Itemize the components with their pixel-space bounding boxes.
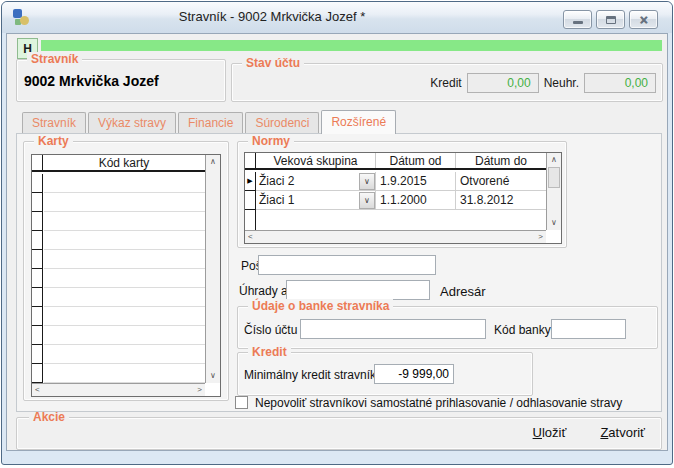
normy-group-label: Normy xyxy=(248,134,294,149)
tab-surodenci[interactable]: Súrodenci xyxy=(245,112,319,133)
stravnik-group-label: Stravník xyxy=(27,52,82,67)
normy-row-1[interactable]: ▶ Žiaci 2 ∨ 1.9.2015 Otvorené xyxy=(245,172,546,191)
normy-group: Normy Veková skupina Dátum od Dátum do ▶… xyxy=(237,141,567,248)
titlebar[interactable]: Stravník - 9002 Mrkvička Jozef * × xyxy=(2,2,672,33)
kod-banky-label: Kód banky xyxy=(494,323,551,337)
adresar-button[interactable]: Adresár xyxy=(440,284,486,299)
normy-table[interactable]: Veková skupina Dátum od Dátum do ▶ Žiaci… xyxy=(244,152,562,244)
kredit-label: Kredit xyxy=(430,76,461,90)
scroll-up-icon[interactable]: ∧ xyxy=(206,156,220,168)
close-icon: × xyxy=(639,13,647,27)
banka-group-label: Údaje o banke stravníka xyxy=(248,299,393,314)
banka-group: Údaje o banke stravníka Číslo účtu Kód b… xyxy=(237,306,658,349)
karty-group: Karty Kód karty ∧ ∨ < xyxy=(23,141,229,401)
scrollbar-thumb[interactable] xyxy=(548,167,560,188)
tab-vykaz-stravy[interactable]: Výkaz stravy xyxy=(88,112,176,133)
close-button[interactable]: × xyxy=(629,10,658,29)
karty-table[interactable]: Kód karty ∧ ∨ < > xyxy=(31,154,221,397)
akcie-group-label: Akcie xyxy=(29,410,69,425)
scroll-up-icon[interactable]: ∧ xyxy=(547,154,561,166)
app-window: Stravník - 9002 Mrkvička Jozef * × H Str… xyxy=(1,1,673,465)
close-dialog-button[interactable]: Zatvoriť xyxy=(600,425,645,440)
maximize-button[interactable] xyxy=(596,10,625,29)
posta-input[interactable] xyxy=(258,255,436,275)
dialog-content: H Stravník 9002 Mrkvička Jozef Stav účtu… xyxy=(6,33,668,451)
maximize-icon xyxy=(606,16,616,24)
scroll-left-icon[interactable]: < xyxy=(35,384,40,396)
window-controls: × xyxy=(563,10,658,29)
minimize-icon xyxy=(573,21,583,24)
save-button[interactable]: Uložiť xyxy=(533,425,567,440)
stravnik-group: Stravník 9002 Mrkvička Jozef xyxy=(16,59,226,102)
normy-row-2-selector xyxy=(245,191,256,210)
normy-table-body: ▶ Žiaci 2 ∨ 1.9.2015 Otvorené Žiaci 1 xyxy=(245,172,546,230)
normy-row-2-datum-od[interactable]: 1.1.2000 xyxy=(376,191,456,210)
normy-empty-row xyxy=(245,210,546,231)
current-row-marker: ▶ xyxy=(245,172,256,191)
normy-row-1-datum-od[interactable]: 1.9.2015 xyxy=(376,172,456,191)
stravnik-name: 9002 Mrkvička Jozef xyxy=(24,73,159,89)
normy-column-datum-od[interactable]: Dátum od xyxy=(376,153,456,168)
nepovolit-checkbox[interactable] xyxy=(235,396,248,409)
karty-row-selector-column xyxy=(32,174,43,383)
karty-row-selector-header xyxy=(32,155,43,170)
karty-table-header: Kód karty xyxy=(32,155,205,172)
neuhr-label: Neuhr. xyxy=(544,76,579,90)
kredit-value: 0,00 xyxy=(467,73,539,93)
normy-vertical-scrollbar[interactable]: ∧ ∨ xyxy=(546,153,561,230)
green-status-bar xyxy=(41,40,662,51)
stav-uctu-group: Stav účtu Kredit 0,00 Neuhr. 0,00 xyxy=(231,63,663,102)
account-state-row: Kredit 0,00 Neuhr. 0,00 xyxy=(430,73,656,93)
normy-row-1-vekova-skupina: Žiaci 2 xyxy=(259,174,294,188)
tab-stravnik[interactable]: Stravník xyxy=(22,112,86,133)
kod-banky-input[interactable] xyxy=(551,319,626,339)
min-kredit-label: Minimálny kredit stravníka xyxy=(244,368,383,382)
rozsirene-tab-page: Karty Kód karty ∧ ∨ < xyxy=(16,133,662,412)
scroll-right-icon[interactable]: > xyxy=(538,231,543,243)
scroll-right-icon[interactable]: > xyxy=(197,384,202,396)
cislo-uctu-label: Číslo účtu xyxy=(244,323,297,337)
karty-vertical-scrollbar[interactable]: ∧ ∨ xyxy=(205,155,220,383)
karty-table-body xyxy=(32,174,205,383)
min-kredit-input[interactable] xyxy=(374,364,454,384)
neuhr-value: 0,00 xyxy=(584,73,656,93)
cislo-uctu-input[interactable] xyxy=(300,319,486,339)
uhrady-adr-input[interactable] xyxy=(286,280,430,300)
normy-column-datum-do[interactable]: Dátum do xyxy=(456,153,546,168)
tab-bar: Stravník Výkaz stravy Financie Súrodenci… xyxy=(22,110,398,133)
dropdown-icon[interactable]: ∨ xyxy=(359,192,375,209)
normy-row-selector-header xyxy=(245,153,256,168)
karty-group-label: Karty xyxy=(34,134,73,149)
normy-table-header: Veková skupina Dátum od Dátum do xyxy=(245,153,546,170)
tab-rozsirene[interactable]: Rozšírené xyxy=(321,110,396,134)
karty-horizontal-scrollbar[interactable]: < > xyxy=(32,383,205,396)
dropdown-icon[interactable]: ∨ xyxy=(359,173,375,190)
normy-horizontal-scrollbar[interactable]: < > xyxy=(245,230,546,243)
stav-uctu-group-label: Stav účtu xyxy=(242,56,304,71)
normy-row-1-datum-do[interactable]: Otvorené xyxy=(456,172,546,191)
nepovolit-checkbox-label[interactable]: Nepovoliť stravníkovi samostatné prihlas… xyxy=(255,396,622,410)
normy-row-2-datum-do[interactable]: 31.8.2012 xyxy=(456,191,546,210)
karty-empty-rows xyxy=(44,174,205,383)
normy-column-vekova-skupina[interactable]: Veková skupina xyxy=(256,153,376,168)
scroll-down-icon[interactable]: ∨ xyxy=(206,370,220,382)
action-buttons: Uložiť Zatvoriť xyxy=(533,425,645,440)
normy-row-2-vekova-skupina: Žiaci 1 xyxy=(259,193,294,207)
scroll-left-icon[interactable]: < xyxy=(248,231,253,243)
scroll-down-icon[interactable]: ∨ xyxy=(547,217,561,229)
kredit-group: Kredit Minimálny kredit stravníka xyxy=(237,352,533,396)
karty-column-kod-karty[interactable]: Kód karty xyxy=(43,155,205,170)
minimize-button[interactable] xyxy=(563,10,592,29)
normy-row-2[interactable]: Žiaci 1 ∨ 1.1.2000 31.8.2012 xyxy=(245,191,546,210)
akcie-group: Akcie Uložiť Zatvoriť xyxy=(16,417,662,450)
kredit-group-label: Kredit xyxy=(248,345,291,360)
tab-financie[interactable]: Financie xyxy=(178,112,243,133)
